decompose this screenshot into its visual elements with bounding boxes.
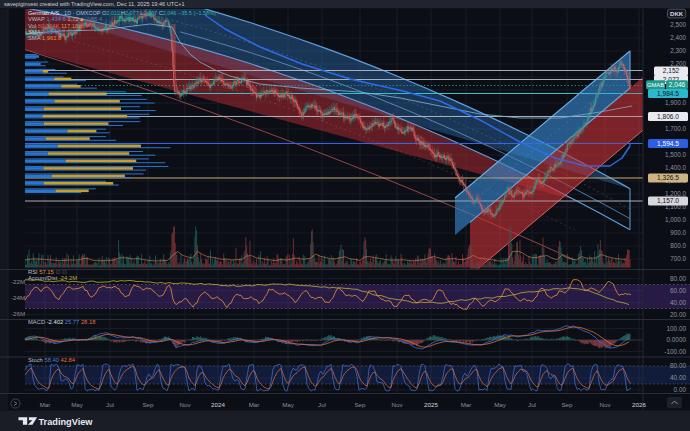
svg-text:Mar: Mar [249, 401, 260, 408]
svg-text:May: May [71, 401, 84, 408]
svg-text:1,700.0: 1,700.0 [665, 125, 687, 132]
svg-text:0.00: 0.00 [674, 386, 687, 393]
svg-text:100.00: 100.00 [666, 325, 686, 332]
svg-text:Mar: Mar [461, 401, 472, 408]
svg-text:savepiginvest created with Tra: savepiginvest created with TradingView.c… [4, 1, 185, 7]
svg-text:-24M: -24M [11, 294, 25, 301]
svg-text:900.0: 900.0 [670, 229, 686, 236]
svg-text:2,046: 2,046 [669, 81, 686, 88]
svg-text:2,300: 2,300 [670, 47, 686, 54]
svg-text:20.00: 20.00 [670, 311, 686, 318]
svg-text:2,500: 2,500 [670, 21, 686, 28]
svg-text:-26M: -26M [11, 310, 25, 317]
svg-text:800.0: 800.0 [670, 242, 686, 249]
svg-text:Sep: Sep [561, 401, 573, 408]
svg-text:80.00: 80.00 [670, 362, 686, 369]
svg-text:-22M: -22M [11, 278, 25, 285]
svg-text:1,400.0: 1,400.0 [665, 164, 687, 171]
svg-text:May: May [494, 401, 507, 408]
svg-text:700.0: 700.0 [670, 255, 686, 262]
svg-text:1,594.5: 1,594.5 [657, 140, 679, 147]
svg-text:2024: 2024 [211, 401, 225, 408]
svg-text:DKK: DKK [670, 11, 684, 17]
svg-text:Vol 60.334K 117.18K: Vol 60.334K 117.18K [28, 23, 82, 29]
svg-text:2025: 2025 [424, 401, 438, 408]
svg-text:Jul: Jul [528, 401, 536, 408]
svg-text:Nov: Nov [599, 401, 611, 408]
svg-text:Sep: Sep [142, 401, 154, 408]
svg-text:SMA 1,961.8: SMA 1,961.8 [28, 35, 61, 41]
svg-text:40.00: 40.00 [670, 374, 686, 381]
svg-text:-100.00: -100.00 [664, 348, 686, 355]
svg-text:Mar: Mar [40, 401, 51, 408]
svg-text:80.00: 80.00 [670, 275, 686, 282]
svg-text:40.00: 40.00 [670, 299, 686, 306]
svg-text:Nov: Nov [179, 401, 191, 408]
svg-text:Jul: Jul [318, 401, 326, 408]
svg-text:60.00: 60.00 [670, 287, 686, 294]
svg-text:Sep: Sep [354, 401, 366, 408]
svg-text:2026: 2026 [632, 401, 646, 408]
svg-text:Stoch 58.40 42.84: Stoch 58.40 42.84 [28, 357, 76, 363]
svg-text:1,984.5: 1,984.5 [657, 90, 679, 97]
svg-text:1,900.0: 1,900.0 [665, 99, 687, 106]
svg-text:Genmab A/S · 1D · OMXCOP O2,0: Genmab A/S · 1D · OMXCOP O2,011 H2,077 L… [28, 10, 216, 16]
svg-text:TradingView: TradingView [39, 417, 94, 427]
svg-text:Accum/Dist -24.2M: Accum/Dist -24.2M [28, 275, 77, 281]
svg-text:Nov: Nov [391, 401, 403, 408]
svg-text:MACD -2.402 25.77 28.18: MACD -2.402 25.77 28.18 [28, 319, 95, 325]
svg-text:1,500.0: 1,500.0 [665, 151, 687, 158]
svg-text:GMAB: GMAB [647, 82, 664, 88]
svg-text:1,000.0: 1,000.0 [665, 216, 687, 223]
svg-text:SMA 1,594.5: SMA 1,594.5 [28, 29, 61, 35]
svg-text:2,152: 2,152 [663, 67, 680, 74]
svg-text:1,157.0: 1,157.0 [657, 197, 679, 204]
svg-text:Jul: Jul [106, 401, 114, 408]
svg-text:1,200.0: 1,200.0 [665, 190, 687, 197]
svg-text:1,806.0: 1,806.0 [657, 113, 679, 120]
svg-text:RSI 57.15 ∅ ∅: RSI 57.15 ∅ ∅ [28, 269, 67, 275]
svg-text:1,326.5: 1,326.5 [657, 174, 679, 181]
svg-text:0.0000: 0.0000 [666, 336, 686, 343]
svg-text:VWAP 1,434.6 1,72▲ 2.85 4: VWAP 1,434.6 1,72▲ 2.85 4 [28, 16, 103, 22]
svg-text:May: May [282, 401, 295, 408]
svg-text:2,400: 2,400 [670, 34, 686, 41]
